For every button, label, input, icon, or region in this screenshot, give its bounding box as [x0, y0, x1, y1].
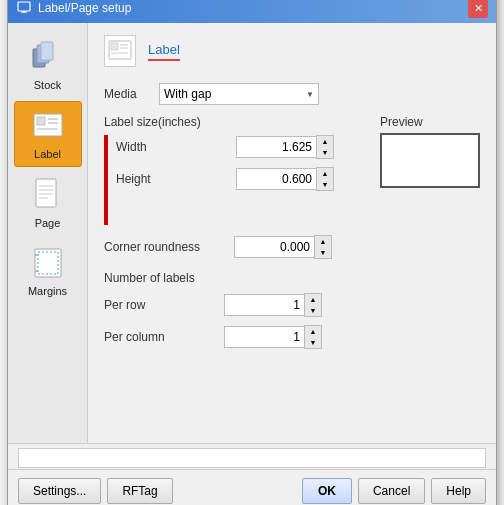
corner-roundness-label: Corner roundness [104, 240, 234, 254]
main-content: Label Media With gap Continuous Mark [88, 23, 496, 443]
per-row-increment-button[interactable]: ▲ [305, 294, 321, 305]
per-column-spinner-buttons: ▲ ▼ [304, 325, 322, 349]
svg-rect-7 [37, 117, 45, 125]
stock-icon [30, 39, 66, 75]
settings-button[interactable]: Settings... [18, 478, 101, 504]
per-row-spinner: ▲ ▼ [224, 293, 322, 317]
width-row: Width ▲ ▼ [116, 135, 334, 159]
help-button[interactable]: Help [431, 478, 486, 504]
dialog-title: Label/Page setup [38, 1, 131, 15]
number-of-labels-section: Number of labels Per row ▲ ▼ [104, 271, 370, 349]
per-column-increment-button[interactable]: ▲ [305, 326, 321, 337]
sidebar: Stock Label [8, 23, 88, 443]
svg-rect-16 [35, 249, 61, 277]
height-spinner: ▲ ▼ [236, 167, 334, 191]
height-row: Height ▲ ▼ [116, 167, 334, 191]
per-column-label: Per column [104, 330, 224, 344]
preview-label: Preview [380, 115, 423, 129]
per-column-row: Per column ▲ ▼ [104, 325, 370, 349]
dialog-window: Label/Page setup ✕ Stock [7, 0, 497, 505]
title-icon [16, 0, 32, 16]
footer: Settings... RFTag OK Cancel Help [8, 469, 496, 505]
media-select[interactable]: With gap Continuous Mark [159, 83, 319, 105]
dialog-body: Stock Label [8, 23, 496, 443]
sidebar-item-page-label: Page [35, 217, 61, 229]
label-size-section: Label size(inches) Width [104, 115, 370, 225]
label-tab-icon [104, 35, 136, 67]
corner-roundness-input[interactable] [234, 236, 314, 258]
rftag-button[interactable]: RFTag [107, 478, 172, 504]
svg-rect-5 [41, 42, 53, 60]
media-row: Media With gap Continuous Mark [104, 83, 480, 105]
corner-roundness-increment-button[interactable]: ▲ [315, 236, 331, 247]
width-increment-button[interactable]: ▲ [317, 136, 333, 147]
width-spinner: ▲ ▼ [236, 135, 334, 159]
bottom-input-field[interactable] [18, 448, 486, 468]
corner-roundness-spinner: ▲ ▼ [234, 235, 332, 259]
preview-area: Preview [380, 115, 480, 349]
label-icon [30, 108, 66, 144]
per-row-spinner-buttons: ▲ ▼ [304, 293, 322, 317]
sidebar-item-margins-label: Margins [28, 285, 67, 297]
media-select-wrapper: With gap Continuous Mark [159, 83, 319, 105]
sidebar-item-label-label: Label [34, 148, 61, 160]
height-label: Height [116, 172, 236, 186]
per-row-label: Per row [104, 298, 224, 312]
ok-button[interactable]: OK [302, 478, 352, 504]
height-decrement-button[interactable]: ▼ [317, 179, 333, 190]
page-icon [30, 177, 66, 213]
height-spinner-buttons: ▲ ▼ [316, 167, 334, 191]
width-label: Width [116, 140, 236, 154]
tab-label-text: Label [148, 42, 180, 61]
preview-box [380, 133, 480, 188]
sidebar-item-stock-label: Stock [34, 79, 62, 91]
size-fields: Width ▲ ▼ [116, 135, 334, 225]
red-indicator-bar [104, 135, 108, 225]
per-row-decrement-button[interactable]: ▼ [305, 305, 321, 316]
svg-rect-0 [18, 2, 30, 11]
label-size-title: Label size(inches) [104, 115, 370, 129]
sidebar-item-margins[interactable]: Margins [14, 239, 82, 303]
tab-header-row: Label [104, 35, 480, 67]
footer-right-buttons: OK Cancel Help [302, 478, 486, 504]
width-input[interactable] [236, 136, 316, 158]
sidebar-item-page[interactable]: Page [14, 171, 82, 235]
bottom-bar [8, 443, 496, 469]
cancel-button[interactable]: Cancel [358, 478, 425, 504]
per-column-spinner: ▲ ▼ [224, 325, 322, 349]
corner-roundness-section: Corner roundness ▲ ▼ [104, 235, 370, 259]
close-button[interactable]: ✕ [468, 0, 488, 18]
number-of-labels-title: Number of labels [104, 271, 370, 285]
sidebar-item-stock[interactable]: Stock [14, 33, 82, 97]
height-input[interactable] [236, 168, 316, 190]
svg-rect-21 [111, 43, 118, 50]
corner-roundness-row: Corner roundness ▲ ▼ [104, 235, 370, 259]
per-column-decrement-button[interactable]: ▼ [305, 337, 321, 348]
media-label: Media [104, 87, 149, 101]
per-row-row: Per row ▲ ▼ [104, 293, 370, 317]
footer-left-buttons: Settings... RFTag [18, 478, 173, 504]
per-row-input[interactable] [224, 294, 304, 316]
corner-roundness-spinner-buttons: ▲ ▼ [314, 235, 332, 259]
sidebar-item-label[interactable]: Label [14, 101, 82, 167]
title-bar: Label/Page setup ✕ [8, 0, 496, 23]
margins-icon [30, 245, 66, 281]
corner-roundness-decrement-button[interactable]: ▼ [315, 247, 331, 258]
height-increment-button[interactable]: ▲ [317, 168, 333, 179]
width-spinner-buttons: ▲ ▼ [316, 135, 334, 159]
per-column-input[interactable] [224, 326, 304, 348]
width-decrement-button[interactable]: ▼ [317, 147, 333, 158]
svg-rect-11 [36, 179, 56, 207]
